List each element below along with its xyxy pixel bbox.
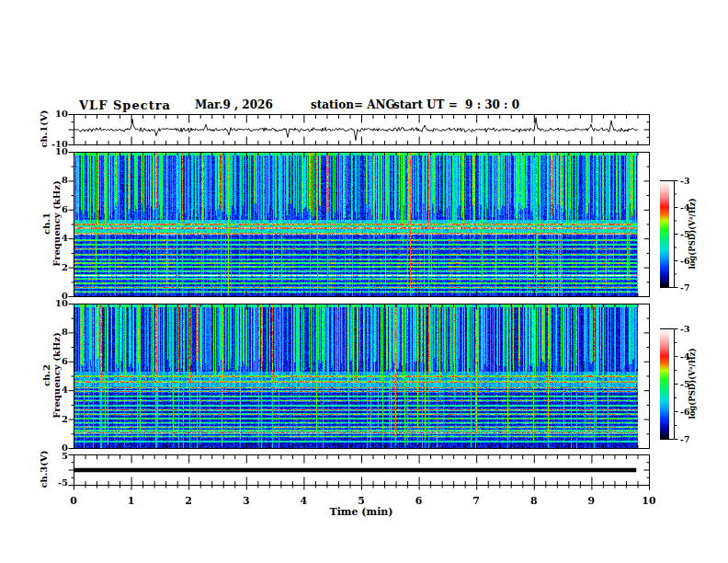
x-tick-label: 7 [465,495,487,507]
colorbar-ch1 [660,180,669,287]
colorbar-tick-label: -5 [680,229,690,239]
colorbar-tick-label: -3 [680,324,690,334]
spectrogram-ch1 [74,153,638,296]
y-tick-label: 2 [48,414,68,425]
y-tick-label: -10 [48,139,68,150]
spectrogram-ch2 [74,304,638,448]
y-tick-label: 6 [48,204,68,215]
colorbar-tick-label: -3 [680,176,690,186]
colorbar-tick-label: -5 [680,379,690,389]
y-tick-label: 6 [48,356,68,367]
y-tick-label: 8 [48,175,68,186]
x-tick-label: 8 [523,495,545,507]
ch2-label: ch.2 [41,332,51,418]
start-ut-label: start UT = 9 : 30 : 0 [393,98,519,112]
ch1-voltage-axis-title: ch.1(V) [39,109,49,147]
x-tick-label: 0 [63,495,85,507]
x-tick-label: 4 [292,495,314,507]
y-tick-label: 10 [48,109,68,120]
x-tick-label: 9 [580,495,602,507]
y-tick-label: 2 [48,262,68,273]
x-tick-label: 5 [350,495,372,507]
page-title: VLF Spectra [79,98,171,112]
colorbar-tick-label: -6 [680,407,690,417]
y-tick-label: 4 [48,385,68,396]
x-tick-label: 1 [120,495,142,507]
frequency-unit-label: Frequency (kHz) [51,180,62,266]
ch1-frequency-axis-title: ch.1 Frequency (kHz) [41,180,62,266]
colorbar-tick-label: -6 [680,256,690,266]
ch2-frequency-axis-title: ch.2 Frequency (kHz) [41,332,62,418]
date-label: Mar.9 , 2026 [195,98,273,112]
colorbar-tick-label: -4 [680,202,690,213]
y-tick-label: 8 [48,327,68,338]
x-tick-label: 3 [235,495,257,507]
ch1-label: ch.1 [41,180,51,266]
y-tick-label: -5 [48,477,68,488]
colorbar-tick-label: -7 [680,434,690,444]
x-tick-label: 2 [177,495,199,507]
y-tick-label: 10 [48,298,68,309]
y-tick-label: 4 [48,233,68,244]
x-tick-label: 10 [638,495,660,507]
colorbar-ch2 [660,328,669,439]
x-tick-label: 6 [408,495,430,507]
colorbar-tick-label: -7 [680,282,690,293]
station-label: station= ANG [311,98,395,112]
time-axis-title: Time (min) [324,506,398,518]
y-tick-label: 5 [48,451,68,462]
vlf-spectra-figure: VLF Spectra Mar.9 , 2026 station= ANG st… [0,0,728,563]
colorbar-tick-label: -4 [680,351,690,362]
frequency-unit-label: Frequency (kHz) [51,332,62,418]
ch3-voltage-axis-title: ch.3(V) [39,450,49,488]
